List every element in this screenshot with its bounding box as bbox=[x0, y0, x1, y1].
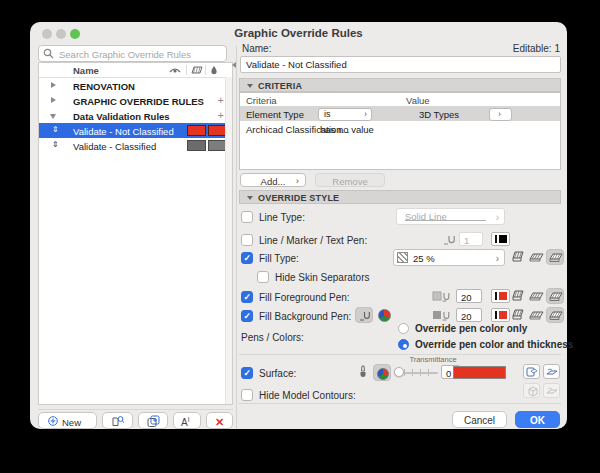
section-collapse-icon[interactable] bbox=[247, 84, 253, 88]
drafting-fill-category-icon bbox=[549, 311, 563, 321]
find-rule-button[interactable] bbox=[102, 412, 133, 429]
list-scrollbar[interactable] bbox=[225, 77, 232, 404]
override-pen-color-thickness-radio[interactable] bbox=[398, 339, 409, 350]
line-pen-color-well[interactable] bbox=[491, 232, 510, 246]
fill-background-pen-color-well[interactable] bbox=[491, 308, 510, 322]
hide-skin-separators-checkbox[interactable] bbox=[257, 271, 269, 283]
drafting-fill-category-button[interactable] bbox=[546, 307, 564, 323]
graphic-override-rules-dialog: Graphic Override Rules Name RENOVATION bbox=[30, 22, 567, 429]
cover-fill-category-icon[interactable] bbox=[529, 292, 544, 301]
cover-fill-category-icon[interactable] bbox=[529, 253, 544, 262]
delete-x-icon: ✕ bbox=[215, 416, 224, 429]
override-style-section-header[interactable]: OVERRIDE STYLE bbox=[239, 190, 561, 204]
painted-surface-icon bbox=[546, 367, 558, 378]
contours-uncut-button-disabled[interactable] bbox=[543, 383, 560, 398]
disclosure-expanded-icon[interactable] bbox=[50, 114, 56, 119]
section-collapse-icon[interactable] bbox=[247, 196, 253, 200]
reorder-handle-icon[interactable]: ⇕ bbox=[52, 125, 59, 134]
paintbrush-icon[interactable] bbox=[357, 365, 369, 380]
cut-fill-category-icon[interactable] bbox=[511, 251, 525, 263]
section-divider bbox=[239, 354, 561, 355]
pen-thickness-preview bbox=[495, 311, 497, 319]
transmittance-slider[interactable] bbox=[394, 366, 438, 378]
line-type-checkbox[interactable] bbox=[241, 211, 253, 223]
override-pen-color-only-radio[interactable] bbox=[398, 323, 409, 334]
hide-skin-separators-label: Hide Skin Separators bbox=[275, 272, 370, 283]
value-picker-button[interactable]: › bbox=[489, 108, 512, 121]
cut-fill-category-icon[interactable] bbox=[511, 309, 525, 321]
surface-color-mode-button[interactable] bbox=[373, 364, 391, 381]
tree-row-renovation[interactable]: RENOVATION bbox=[39, 78, 232, 93]
cover-fill-category-icon[interactable] bbox=[529, 311, 544, 320]
fill-override-swatch[interactable] bbox=[187, 125, 206, 136]
reorder-handle-icon[interactable]: ⇕ bbox=[52, 140, 59, 149]
tree-row-label[interactable]: RENOVATION bbox=[73, 81, 135, 92]
delete-rule-button[interactable]: ✕ bbox=[206, 412, 233, 429]
operator-dropdown[interactable]: is › bbox=[318, 108, 372, 121]
fill-foreground-pen-checkbox[interactable]: ✓ bbox=[241, 291, 253, 303]
rename-icon: AI bbox=[181, 416, 189, 428]
contours-cut-button-disabled[interactable] bbox=[523, 383, 540, 398]
fill-foreground-pen-field[interactable]: 20 bbox=[456, 289, 482, 303]
drafting-fill-category-button[interactable] bbox=[546, 288, 564, 304]
new-rule-button[interactable]: New bbox=[38, 412, 97, 429]
rule-name-field[interactable]: Validate - Not Classified bbox=[240, 56, 561, 73]
line-pen-number-field[interactable]: 1 bbox=[459, 232, 483, 246]
override-pen-color-only-label[interactable]: Override pen color only bbox=[415, 323, 527, 334]
line-type-dropdown[interactable]: Solid Line › bbox=[396, 208, 505, 225]
name-column-header[interactable]: Name bbox=[73, 65, 99, 76]
disclosure-collapsed-icon[interactable] bbox=[51, 97, 56, 103]
remove-criteria-button[interactable]: Remove bbox=[315, 173, 385, 187]
tree-row-graphic-override-rules[interactable]: GRAPHIC OVERRIDE RULES + bbox=[39, 93, 232, 108]
fill-type-checkbox[interactable]: ✓ bbox=[241, 252, 253, 264]
background-pen-mode-button[interactable] bbox=[355, 307, 373, 323]
fill-override-swatch[interactable] bbox=[187, 140, 206, 151]
tree-row-validate-classified[interactable]: ⇕ Validate - Classified bbox=[39, 138, 232, 153]
tree-row-data-validation-rules[interactable]: Data Validation Rules + bbox=[39, 108, 232, 123]
criteria-section-header[interactable]: CRITERIA bbox=[239, 78, 561, 92]
hide-model-contours-checkbox[interactable] bbox=[241, 389, 253, 401]
drafting-fill-category-button[interactable] bbox=[546, 249, 564, 265]
cancel-button[interactable]: Cancel bbox=[452, 411, 507, 428]
rename-rule-button[interactable]: AI bbox=[173, 412, 201, 429]
fill-column-icon[interactable] bbox=[191, 65, 203, 75]
slider-knob[interactable] bbox=[394, 367, 404, 377]
fill-background-pen-field[interactable]: 20 bbox=[456, 308, 482, 322]
line-pen-column-icon[interactable] bbox=[169, 65, 181, 75]
add-criteria-button[interactable]: Add... › bbox=[240, 173, 306, 187]
apply-surface-cut-button[interactable] bbox=[523, 364, 540, 379]
surface-column-icon[interactable] bbox=[209, 65, 221, 75]
fill-type-dropdown[interactable]: 25 % › bbox=[393, 249, 505, 266]
surface-color-wheel-icon bbox=[377, 368, 389, 380]
surface-color-swatch[interactable] bbox=[453, 366, 506, 379]
cut-fill-category-icon[interactable] bbox=[511, 290, 525, 302]
tree-row-label[interactable]: Validate - Classified bbox=[73, 141, 156, 152]
name-label: Name: bbox=[242, 43, 271, 54]
tree-row-label[interactable]: Validate - Not Classified bbox=[73, 126, 174, 137]
disclosure-collapsed-icon[interactable] bbox=[51, 82, 56, 88]
search-field[interactable] bbox=[38, 45, 227, 62]
line-pen-checkbox[interactable] bbox=[241, 234, 253, 246]
background-color-wheel-icon[interactable] bbox=[378, 309, 391, 322]
add-rule-icon[interactable]: + bbox=[218, 109, 224, 121]
add-rule-icon[interactable]: + bbox=[218, 94, 224, 106]
surface-checkbox[interactable]: ✓ bbox=[241, 367, 253, 379]
fill-background-pen-checkbox[interactable]: ✓ bbox=[241, 310, 253, 322]
rules-list-header[interactable]: Name bbox=[39, 63, 232, 78]
radio-dot bbox=[403, 344, 407, 348]
tree-row-label[interactable]: Data Validation Rules bbox=[73, 111, 170, 122]
criteria-column-header: Criteria bbox=[246, 95, 277, 106]
apply-surface-uncut-button[interactable] bbox=[543, 364, 560, 379]
ok-button[interactable]: OK bbox=[515, 411, 560, 428]
check-icon: ✓ bbox=[244, 311, 252, 321]
tree-row-label[interactable]: GRAPHIC OVERRIDE RULES bbox=[73, 96, 204, 107]
override-pen-color-thickness-label[interactable]: Override pen color and thickness bbox=[415, 339, 573, 350]
tree-row-validate-not-classified[interactable]: ⇕ Validate - Not Classified bbox=[39, 123, 232, 138]
search-input[interactable] bbox=[57, 47, 221, 61]
criteria-row-element-type[interactable]: Element Type is › 3D Types › bbox=[240, 106, 560, 121]
duplicate-rule-button[interactable] bbox=[138, 412, 168, 429]
fill-foreground-pen-color-well[interactable] bbox=[491, 289, 510, 303]
criteria-row-classification[interactable]: Archicad Classification... has no value bbox=[240, 121, 560, 136]
column-separator bbox=[205, 65, 206, 75]
pen-thickness-preview bbox=[495, 235, 497, 243]
